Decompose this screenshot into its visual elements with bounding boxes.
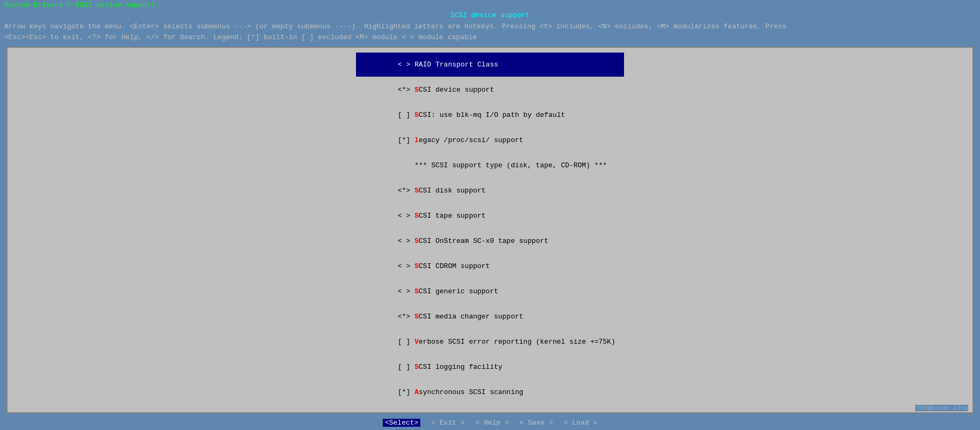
save-button[interactable]: < Save > [519, 419, 553, 427]
menu-item-raid-transport[interactable]: < > RAID Transport Class [8, 52, 972, 77]
menu-item-async-scsi-scanning[interactable]: [*] Asynchronous SCSI scanning [8, 380, 972, 405]
select-button[interactable]: <Select> [383, 419, 420, 427]
page-title: SCSI device support [450, 11, 530, 19]
bottom-bar: <Select> < Exit > < Help > < Save > < Lo… [0, 416, 980, 430]
item-text: [ ] SCSI logging facility [398, 363, 502, 371]
item-text: [*] Asynchronous SCSI scanning [398, 388, 523, 396]
item-text: < > RAID Transport Class [398, 61, 498, 69]
load-button[interactable]: < Load > [564, 419, 597, 427]
help-line2: <Esc><Esc> to exit, <?> for Help, </> fo… [4, 32, 976, 43]
help-text: Arrow keys navigate the menu. <Enter> se… [0, 20, 980, 45]
menu-list: < > RAID Transport Class <*> SCSI device… [8, 48, 972, 413]
exit-button[interactable]: < Exit > [431, 419, 464, 427]
app: Device Drivers > SCSI device support SCS… [0, 0, 980, 430]
menu-item-scsi-generic[interactable]: < > SCSI generic support [8, 279, 972, 304]
title-bar: SCSI device support [0, 10, 980, 20]
item-text: <*> SCSI device support [398, 86, 494, 94]
item-text: <*> SCSI disk support [398, 187, 486, 195]
menu-item-scsi-transports[interactable]: SCSI Transports ---> [8, 405, 972, 413]
menu-item-scsi-blk-mq[interactable]: [ ] SCSI: use blk-mq I/O path by default [8, 102, 972, 128]
help-button[interactable]: < Help > [476, 419, 509, 427]
watermark: CSDN@cedar_king [915, 405, 968, 411]
menu-item-scsi-onstream[interactable]: < > SCSI OnStream SC-x0 tape support [8, 228, 972, 254]
item-text: < > SCSI CDROM support [398, 262, 490, 270]
main-content-box: < > RAID Transport Class <*> SCSI device… [6, 47, 974, 413]
menu-item-scsi-cdrom[interactable]: < > SCSI CDROM support [8, 254, 972, 279]
breadcrumb: Device Drivers > SCSI device support [4, 1, 155, 9]
item-text: < > SCSI OnStream SC-x0 tape support [398, 237, 548, 245]
menu-item-scsi-device-support[interactable]: <*> SCSI device support [8, 77, 972, 102]
menu-item-verbose-scsi-error[interactable]: [ ] Verbose SCSI error reporting (kernel… [8, 329, 972, 354]
item-text: < > SCSI tape support [398, 212, 486, 220]
help-line1: Arrow keys navigate the menu. <Enter> se… [4, 21, 976, 32]
menu-item-scsi-media-changer[interactable]: <*> SCSI media changer support [8, 304, 972, 329]
menu-item-scsi-support-type: *** SCSI support type (disk, tape, CD-RO… [8, 153, 972, 178]
menu-item-scsi-tape[interactable]: < > SCSI tape support [8, 203, 972, 228]
top-bar: Device Drivers > SCSI device support [0, 0, 980, 10]
item-text: [ ] SCSI: use blk-mq I/O path by default [398, 111, 565, 119]
menu-item-scsi-disk[interactable]: <*> SCSI disk support [8, 178, 972, 203]
menu-item-legacy-proc-scsi[interactable]: [*] legacy /proc/scsi/ support [8, 128, 972, 153]
menu-item-scsi-logging[interactable]: [ ] SCSI logging facility [8, 354, 972, 380]
item-text: *** SCSI support type (disk, tape, CD-RO… [398, 161, 607, 169]
item-text: < > SCSI generic support [398, 287, 498, 295]
item-text: <*> SCSI media changer support [398, 313, 523, 321]
item-text: [ ] Verbose SCSI error reporting (kernel… [398, 338, 615, 346]
item-text: [*] legacy /proc/scsi/ support [398, 136, 523, 144]
